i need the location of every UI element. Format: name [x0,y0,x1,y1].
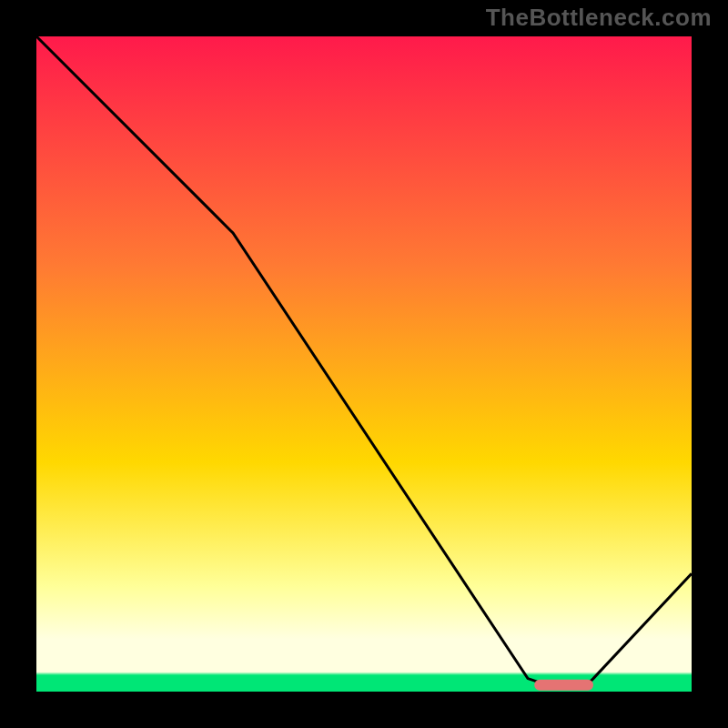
chart-svg [36,36,692,692]
watermark-text: TheBottleneck.com [486,4,712,32]
plot-area [36,36,692,692]
chart-frame: TheBottleneck.com [0,0,728,728]
optimum-marker [534,680,593,691]
